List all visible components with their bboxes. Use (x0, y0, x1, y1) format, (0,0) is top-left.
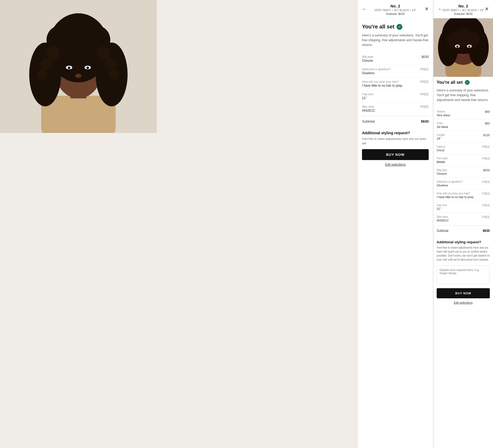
length-value: 18" (437, 137, 445, 140)
right-cap-size-value: 21" (437, 207, 447, 210)
part-style-value: Middle (437, 160, 448, 164)
color-price: $60 (485, 122, 490, 125)
all-set-title: You're all set (362, 24, 394, 30)
color-label: Color (437, 122, 448, 125)
right-wig-type-label: Wig type (437, 169, 447, 171)
length-label: Length (437, 133, 445, 136)
styling-textarea[interactable] (437, 265, 490, 284)
right-row-haircut: Haircut Uncut FREE (437, 143, 490, 154)
styling-section: Additional styling request? Feel free to… (362, 131, 429, 145)
center-panel-body: You're all set ✓ Here's a summary of you… (358, 18, 433, 448)
svg-point-14 (97, 47, 110, 60)
prep-value: I have little to no hair to prep (362, 84, 402, 87)
texture-label: Texture (437, 110, 450, 113)
right-cap-size-price: FREE (482, 204, 490, 207)
right-styling-title: Additional styling request? (437, 240, 490, 244)
wig-type-value: Closure (362, 59, 373, 62)
part-style-label: Part style (437, 157, 448, 160)
right-row-wig-type: Wig type Closure $630 (437, 166, 490, 178)
center-panel-title: No. 2 (362, 4, 429, 8)
right-subtotal-row: Subtotal $630 (437, 225, 490, 236)
adhesive-label: Adhesive or glueless? (362, 68, 391, 71)
right-styling-section: Additional styling request? Feel free to… (437, 240, 490, 285)
right-back-button[interactable]: ← (438, 6, 443, 12)
right-row-color: Color Jet black $60 (437, 119, 490, 131)
right-prep-price: FREE (482, 192, 490, 195)
svg-point-16 (109, 69, 120, 80)
subtotal-label: Subtotal (362, 119, 375, 123)
right-wig-type-price: $630 (483, 169, 490, 172)
svg-point-12 (41, 58, 52, 70)
summary-row-adhesive: Adhesive or glueless? Glueless FREE (362, 65, 429, 78)
right-subtotal-label: Subtotal (437, 229, 448, 233)
part-style-price: FREE (482, 157, 490, 160)
right-adhesive-label: Adhesive or glueless? (437, 180, 463, 183)
right-close-button[interactable]: ✕ (485, 6, 489, 12)
center-panel-subtotal: Subtotal: $630 (362, 12, 429, 15)
summary-row-wig-type: Wig type Closure $630 (362, 53, 429, 65)
center-panel-subtitle: VERY WAVY • JET BLACK • 18" (362, 9, 429, 12)
center-panel-header: ← No. 2 VERY WAVY • JET BLACK • 18" Subt… (358, 0, 433, 18)
right-wig-type-value: Closure (437, 172, 447, 175)
cap-size-value: 21" (362, 96, 373, 100)
svg-point-13 (37, 69, 48, 80)
right-skin-tone-label: Skin tone (437, 215, 449, 218)
all-set-description: Here's a summary of your selections. You… (362, 33, 429, 47)
close-button[interactable]: ✕ (425, 6, 429, 12)
right-row-prep: How will you prep your hair? I have litt… (437, 190, 490, 201)
color-value: Jet black (437, 125, 448, 128)
haircut-price: FREE (482, 145, 490, 148)
left-background (0, 0, 357, 448)
right-thumbnail-illustration (433, 18, 493, 77)
right-row-skin-tone: Skin tone #542E1C FREE (437, 213, 490, 224)
svg-point-37 (468, 45, 470, 48)
length-price: $120 (483, 133, 490, 137)
subtotal-price: $630 (421, 119, 429, 123)
texture-price: $60 (485, 110, 490, 113)
right-panel-subtitle: VERY WAVY • JET BLACK • 18" (438, 9, 489, 12)
edit-selections-link[interactable]: Edit selections (362, 163, 429, 166)
right-panel-title: No. 2 (438, 4, 489, 8)
all-set-header: You're all set ✓ (362, 24, 429, 30)
right-cap-size-label: Cap size (437, 204, 447, 207)
right-row-adhesive: Adhesive or glueless? Glueless FREE (437, 178, 490, 190)
styling-title: Additional styling request? (362, 131, 429, 135)
right-subtotal-price: $630 (483, 229, 490, 233)
right-row-length: Length 18" $120 (437, 131, 490, 143)
center-panel: ← No. 2 VERY WAVY • JET BLACK • 18" Subt… (357, 0, 433, 448)
svg-point-23 (75, 74, 82, 78)
right-all-set-title: You're all set (437, 80, 463, 85)
svg-point-15 (104, 58, 116, 70)
adhesive-value: Glueless (362, 71, 391, 75)
right-panel-thumbnail (433, 18, 493, 77)
skin-tone-price: FREE (420, 105, 429, 109)
right-prep-value: I have little to no hair to prep (437, 195, 474, 199)
back-button[interactable]: ← (362, 6, 367, 12)
right-row-texture: Texture Very wavy $60 (437, 108, 490, 119)
check-icon: ✓ (397, 24, 402, 30)
right-adhesive-value: Glueless (437, 184, 463, 187)
right-row-part-style: Part style Middle FREE (437, 154, 490, 166)
right-panel-body: You're all set ✓ Here's a summary of you… (433, 77, 493, 448)
summary-table: Wig type Closure $630 Adhesive or gluele… (362, 53, 429, 115)
right-row-cap-size: Cap size 21" FREE (437, 201, 490, 213)
svg-point-11 (47, 47, 60, 60)
adhesive-price: FREE (420, 68, 429, 71)
skin-tone-label: Skin tone (362, 105, 375, 108)
prep-label: How will you prep your hair? (362, 80, 402, 83)
right-adhesive-price: FREE (482, 180, 490, 183)
right-summary-table: Texture Very wavy $60 Color Jet black $6… (437, 108, 490, 224)
right-all-set-description: Here's a summary of your selections. You… (437, 88, 490, 102)
right-panel-header: ← No. 2 VERY WAVY • JET BLACK • 18" Subt… (433, 0, 493, 18)
product-image (0, 0, 157, 133)
right-edit-selections-link[interactable]: Edit selections (437, 301, 490, 304)
haircut-value: Uncut (437, 149, 445, 152)
summary-row-cap-size: Cap size 21" FREE (362, 90, 429, 103)
prep-price: FREE (420, 80, 429, 84)
texture-value: Very wavy (437, 114, 450, 117)
right-buy-now-button[interactable]: BUY NOW (437, 288, 490, 298)
skin-tone-value: #542E1C (362, 109, 375, 112)
right-check-icon: ✓ (465, 80, 470, 85)
buy-now-button[interactable]: BUY NOW (362, 149, 429, 160)
cap-size-price: FREE (420, 93, 429, 96)
